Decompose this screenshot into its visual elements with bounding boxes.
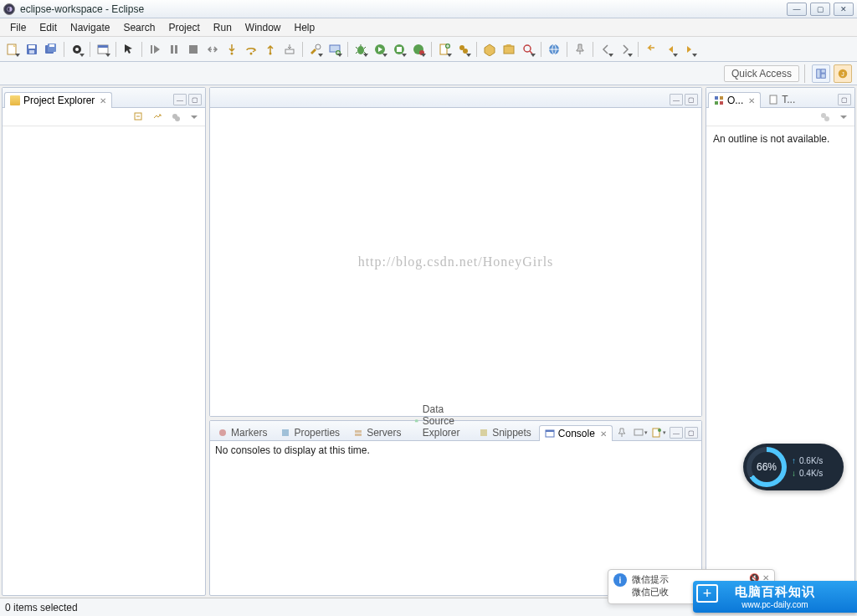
maximize-button[interactable]: ▢ bbox=[810, 3, 830, 16]
arrow-down-icon: ↓ bbox=[792, 469, 796, 478]
outline-message: An outline is not available. bbox=[706, 126, 854, 151]
menu-help[interactable]: Help bbox=[288, 20, 322, 35]
new-button[interactable] bbox=[3, 40, 22, 59]
toggle-button[interactable] bbox=[94, 40, 112, 59]
open-task-button[interactable] bbox=[500, 40, 518, 59]
tasklist-tab[interactable]: T... bbox=[762, 91, 801, 107]
svg-rect-18 bbox=[285, 49, 294, 54]
outline-focus-button[interactable] bbox=[818, 110, 833, 125]
perspective-button[interactable] bbox=[68, 40, 86, 59]
java-ee-perspective-button[interactable]: J bbox=[834, 64, 852, 83]
svg-rect-10 bbox=[98, 45, 108, 48]
menu-edit[interactable]: Edit bbox=[33, 20, 64, 35]
save-button[interactable] bbox=[23, 40, 41, 59]
new-server-button[interactable] bbox=[326, 40, 344, 59]
properties-tab[interactable]: Properties bbox=[275, 424, 346, 440]
maximize-view-button[interactable]: ▢ bbox=[188, 94, 202, 105]
debug-stop-button[interactable] bbox=[184, 40, 203, 59]
coverage-button[interactable] bbox=[390, 40, 408, 59]
titlebar: ◑ eclipse-workspace - Eclipse — ▢ ✕ bbox=[0, 0, 857, 18]
notification-title: 微信提示 bbox=[632, 573, 669, 586]
svg-rect-6 bbox=[49, 44, 54, 47]
menu-file[interactable]: File bbox=[3, 20, 33, 35]
nav-next-button[interactable] bbox=[616, 40, 634, 59]
minimize-view-button[interactable]: — bbox=[173, 94, 187, 105]
svg-rect-55 bbox=[715, 96, 718, 100]
download-rate: 0.4K/s bbox=[799, 469, 823, 478]
collapse-all-button[interactable] bbox=[131, 110, 146, 125]
new-package-button[interactable] bbox=[454, 40, 473, 59]
project-explorer-title: Project Explorer bbox=[23, 95, 95, 106]
drop-to-frame-button[interactable] bbox=[280, 40, 299, 59]
close-button[interactable]: ✕ bbox=[834, 3, 854, 16]
pointer-button[interactable] bbox=[120, 40, 138, 59]
debug-resume-button[interactable] bbox=[146, 40, 164, 59]
dse-tab[interactable]: Data Source Explorer bbox=[408, 401, 471, 440]
pin-button[interactable] bbox=[571, 40, 589, 59]
editor-minimize-button[interactable]: — bbox=[670, 94, 683, 105]
svg-rect-14 bbox=[189, 45, 198, 54]
save-all-button[interactable] bbox=[42, 40, 60, 59]
snippets-tab[interactable]: Snippets bbox=[473, 424, 537, 440]
open-perspective-button[interactable] bbox=[812, 64, 830, 83]
focus-button[interactable] bbox=[168, 110, 183, 125]
svg-rect-11 bbox=[151, 45, 152, 54]
debug-button[interactable] bbox=[352, 40, 370, 59]
pin-console-button[interactable] bbox=[614, 425, 629, 440]
bottom-maximize-button[interactable]: ▢ bbox=[685, 427, 698, 439]
bottom-minimize-button[interactable]: — bbox=[670, 427, 683, 439]
menu-project[interactable]: Project bbox=[162, 20, 206, 35]
debug-disconnect-button[interactable] bbox=[203, 40, 222, 59]
menu-search[interactable]: Search bbox=[116, 20, 162, 35]
project-explorer-tab[interactable]: Project Explorer ✕ bbox=[4, 92, 112, 108]
minimize-button[interactable]: — bbox=[787, 3, 807, 16]
back-button[interactable] bbox=[661, 40, 680, 59]
run-last-button[interactable] bbox=[409, 40, 428, 59]
close-icon[interactable]: ✕ bbox=[748, 96, 755, 105]
quick-access[interactable]: Quick Access bbox=[724, 65, 799, 82]
svg-point-8 bbox=[75, 48, 79, 51]
outline-menu-button[interactable] bbox=[836, 110, 851, 125]
forward-button[interactable] bbox=[680, 40, 699, 59]
display-console-button[interactable]: ▾ bbox=[633, 425, 648, 440]
close-icon[interactable]: ✕ bbox=[600, 429, 607, 439]
outline-tab[interactable]: O... ✕ bbox=[708, 92, 761, 108]
svg-point-61 bbox=[824, 116, 829, 121]
link-editor-button[interactable] bbox=[150, 110, 165, 125]
svg-rect-46 bbox=[355, 434, 362, 436]
menu-run[interactable]: Run bbox=[207, 20, 239, 35]
step-return-button[interactable] bbox=[261, 40, 280, 59]
markers-tab[interactable]: Markers bbox=[212, 424, 273, 440]
outline-maximize-button[interactable]: ▢ bbox=[838, 94, 851, 105]
step-over-button[interactable] bbox=[242, 40, 260, 59]
svg-rect-36 bbox=[821, 69, 825, 72]
upload-rate: 0.6K/s bbox=[799, 456, 823, 465]
editor-body[interactable]: http://blog.csdn.net/HoneyGirls bbox=[210, 108, 701, 416]
search-button[interactable] bbox=[519, 40, 537, 59]
svg-point-19 bbox=[316, 44, 321, 49]
debug-suspend-button[interactable] bbox=[165, 40, 183, 59]
run-button[interactable] bbox=[371, 40, 389, 59]
new-java-button[interactable] bbox=[435, 40, 454, 59]
nav-prev-button[interactable] bbox=[597, 40, 615, 59]
view-menu-button[interactable] bbox=[187, 110, 202, 125]
svg-rect-32 bbox=[504, 46, 514, 54]
close-icon[interactable]: ✕ bbox=[100, 96, 106, 105]
last-edit-button[interactable] bbox=[642, 40, 660, 59]
menu-navigate[interactable]: Navigate bbox=[64, 20, 116, 35]
network-widget[interactable]: 66% ↑0.6K/s ↓0.4K/s bbox=[743, 444, 844, 490]
menu-window[interactable]: Window bbox=[239, 20, 288, 35]
step-into-button[interactable] bbox=[223, 40, 241, 59]
project-explorer-tree[interactable] bbox=[3, 126, 205, 595]
open-console-button[interactable]: ▾ bbox=[651, 425, 666, 440]
open-type-button[interactable] bbox=[480, 40, 499, 59]
notification-body: 微信已收 bbox=[632, 586, 669, 598]
web-browser-button[interactable] bbox=[545, 40, 563, 59]
editor-maximize-button[interactable]: ▢ bbox=[685, 94, 698, 105]
servers-tab[interactable]: Servers bbox=[347, 424, 407, 440]
console-tab[interactable]: Console✕ bbox=[539, 425, 613, 441]
svg-rect-48 bbox=[415, 420, 418, 422]
outline-view: O... ✕ T... ▢ An outline is not availabl… bbox=[706, 87, 855, 596]
build-button[interactable] bbox=[306, 40, 325, 59]
brand-line2: www.pc-daily.com bbox=[742, 600, 808, 609]
